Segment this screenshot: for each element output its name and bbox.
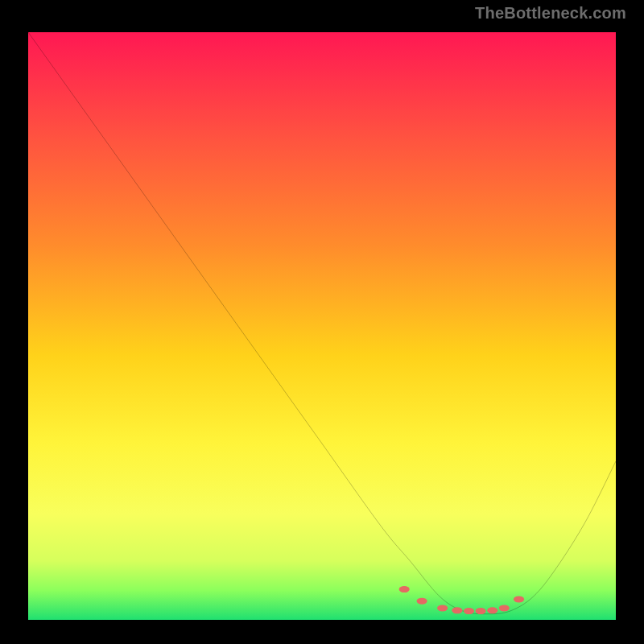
watermark-text: TheBottleneck.com — [475, 5, 626, 21]
highlight-dots — [399, 586, 524, 614]
highlight-dot — [437, 605, 448, 611]
highlight-dot — [476, 608, 486, 614]
highlight-dot — [452, 607, 462, 613]
highlight-dot — [514, 596, 524, 602]
plot-svg — [28, 32, 616, 620]
bottleneck-curve — [28, 32, 616, 614]
highlight-dot — [499, 605, 510, 611]
plot-area — [28, 32, 616, 620]
highlight-dot — [417, 598, 427, 605]
chart-container: TheBottleneck.com — [0, 0, 644, 644]
highlight-dot — [487, 607, 497, 613]
highlight-dot — [399, 586, 410, 592]
highlight-dot — [464, 608, 474, 614]
